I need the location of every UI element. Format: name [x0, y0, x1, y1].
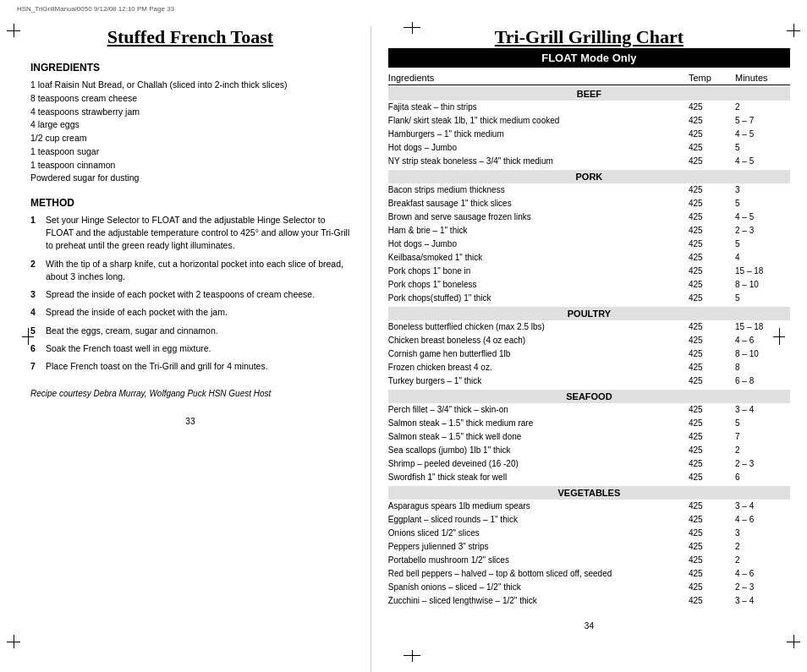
header-minutes: Minutes [735, 73, 790, 83]
row-temp: 425 [689, 458, 735, 470]
category-row: VEGETABLES [388, 486, 790, 500]
row-minutes: 2 [735, 555, 790, 566]
row-minutes: 7 [735, 431, 790, 443]
table-row: Salmon steak – 1.5" thick medium rare425… [388, 417, 790, 430]
table-row: Eggplant – sliced rounds – 1" thick4254 … [388, 513, 790, 527]
table-row: Keilbasa/smoked 1" thick4254 [388, 251, 790, 265]
row-temp: 425 [689, 128, 735, 140]
row-temp: 425 [689, 514, 735, 526]
table-row: Fajita steak – thin strips4252 [388, 101, 790, 114]
row-minutes: 6 [735, 472, 790, 484]
table-row: Zucchini – sliced lengthwise – 1/2" thic… [388, 594, 790, 608]
row-ingredient: Portabello mushroom 1/2" slices [388, 555, 689, 566]
step-text: With the tip of a sharp knife, cut a hor… [46, 258, 350, 283]
row-minutes: 2 [735, 101, 790, 113]
row-minutes: 5 [735, 418, 790, 429]
row-temp: 425 [689, 252, 735, 264]
row-temp: 425 [689, 375, 735, 387]
table-row: Pork chops 1" bone in42515 – 18 [388, 265, 790, 278]
ingredients-heading: INGREDIENTS [30, 62, 350, 74]
table-row: Shrimp – peeled deveined (16 -20)4252 – … [388, 457, 790, 471]
ingredient-item: Powdered sugar for dusting [30, 172, 350, 185]
row-minutes: 2 [735, 445, 790, 456]
chart-header: Ingredients Temp Minutes [388, 71, 790, 85]
step-text: Soak the French toast well in egg mixtur… [46, 342, 350, 355]
row-ingredient: Onions sliced 1/2" slices [388, 527, 689, 539]
table-row: Breakfast sausage 1" thick slices4255 [388, 197, 790, 210]
row-temp: 425 [689, 472, 735, 484]
method-step: 3Spread the inside of each pocket with 2… [30, 288, 350, 301]
row-temp: 425 [689, 418, 735, 429]
left-column: Stuffed French Toast INGREDIENTS 1 loaf … [0, 26, 371, 672]
row-minutes: 3 – 4 [735, 500, 790, 512]
top-bar-text: HSN_TriGrillManual0050 9/12/08 12:10 PM … [17, 5, 174, 13]
row-temp: 425 [689, 115, 735, 127]
row-temp: 425 [689, 555, 735, 566]
chart-section: SEAFOODPerch fillet – 3/4" thick – skin-… [388, 390, 790, 484]
right-column: Tri-Grill Grilling Chart FLOAT Mode Only… [371, 26, 807, 672]
row-ingredient: Chicken breast boneless (4 oz each) [388, 335, 689, 347]
row-temp: 425 [689, 541, 735, 553]
row-ingredient: Ham & brie – 1" thick [388, 225, 689, 237]
row-ingredient: Boneless butterflied chicken (max 2.5 lb… [388, 321, 689, 333]
category-row: POULTRY [388, 307, 790, 320]
table-row: Peppers julienned 3" strips4252 [388, 540, 790, 554]
table-row: Sea scallops (jumbo) 1lb 1" thick4252 [388, 444, 790, 457]
ingredient-item: 1 teaspoon cinnamon [30, 159, 350, 172]
table-row: Spanish onions – sliced – 1/2" thick4252… [388, 581, 790, 594]
row-ingredient: Perch fillet – 3/4" thick – skin-on [388, 404, 689, 416]
row-temp: 425 [689, 348, 735, 360]
row-temp: 425 [689, 279, 735, 291]
row-temp: 425 [689, 362, 735, 374]
chart-section: BEEFFajita steak – thin strips4252Flank/… [388, 87, 790, 168]
table-row: Hamburgers – 1" thick medium4254 – 5 [388, 128, 790, 141]
main-content: Stuffed French Toast INGREDIENTS 1 loaf … [0, 18, 807, 672]
row-ingredient: Peppers julienned 3" strips [388, 541, 689, 553]
chart-section: POULTRYBoneless butterflied chicken (max… [388, 307, 790, 388]
table-row: Pork chops 1" boneless4258 – 10 [388, 278, 790, 292]
row-ingredient: Sea scallops (jumbo) 1lb 1" thick [388, 445, 689, 456]
table-row: Flank/ skirt steak 1lb, 1" thick medium … [388, 114, 790, 128]
ingredient-item: 1 teaspoon sugar [30, 145, 350, 159]
page-number-right: 34 [388, 621, 790, 639]
table-row: NY strip steak boneless – 3/4" thick med… [388, 155, 790, 168]
ingredient-item: 4 teaspoons strawberry jam [30, 106, 350, 119]
step-number: 2 [30, 258, 42, 283]
row-temp: 425 [689, 211, 735, 223]
table-row: Salmon steak – 1.5" thick well done4257 [388, 430, 790, 444]
step-number: 1 [30, 214, 42, 253]
reg-mark-bottom-right [787, 635, 800, 648]
row-temp: 425 [689, 500, 735, 512]
row-temp: 425 [689, 238, 735, 250]
cross-left [22, 328, 34, 345]
step-text: Beat the eggs, cream, sugar and cinnamon… [46, 325, 350, 337]
ingredient-item: 1/2 cup cream [30, 132, 350, 145]
row-ingredient: Shrimp – peeled deveined (16 -20) [388, 458, 689, 470]
method-step: 5Beat the eggs, cream, sugar and cinnamo… [30, 325, 350, 337]
row-ingredient: Salmon steak – 1.5" thick well done [388, 431, 689, 443]
method-step: 6Soak the French toast well in egg mixtu… [30, 342, 350, 355]
row-temp: 425 [689, 595, 735, 607]
row-minutes: 3 [735, 184, 790, 196]
step-number: 4 [30, 306, 42, 319]
page-container: HSN_TriGrillManual0050 9/12/08 12:10 PM … [0, 0, 807, 672]
table-row: Chicken breast boneless (4 oz each)4254 … [388, 334, 790, 347]
row-ingredient: Eggplant – sliced rounds – 1" thick [388, 514, 689, 526]
row-temp: 425 [689, 101, 735, 113]
row-ingredient: Hot dogs – Jumbo [388, 238, 689, 250]
row-temp: 425 [689, 431, 735, 443]
row-minutes: 8 [735, 362, 790, 374]
row-minutes: 6 – 8 [735, 375, 790, 387]
row-temp: 425 [689, 582, 735, 593]
row-temp: 425 [689, 184, 735, 196]
step-text: Place French toast on the Tri-Grill and … [46, 360, 350, 373]
row-ingredient: Flank/ skirt steak 1lb, 1" thick medium … [388, 115, 689, 127]
row-temp: 425 [689, 292, 735, 304]
reg-mark-top-left [7, 24, 20, 37]
table-row: Asparagus spears 1lb medium spears4253 –… [388, 500, 790, 513]
row-ingredient: NY strip steak boneless – 3/4" thick med… [388, 156, 689, 167]
row-ingredient: Pork chops(stuffed) 1" thick [388, 292, 689, 304]
row-ingredient: Asparagus spears 1lb medium spears [388, 500, 689, 512]
step-number: 7 [30, 360, 42, 373]
row-temp: 425 [689, 321, 735, 333]
